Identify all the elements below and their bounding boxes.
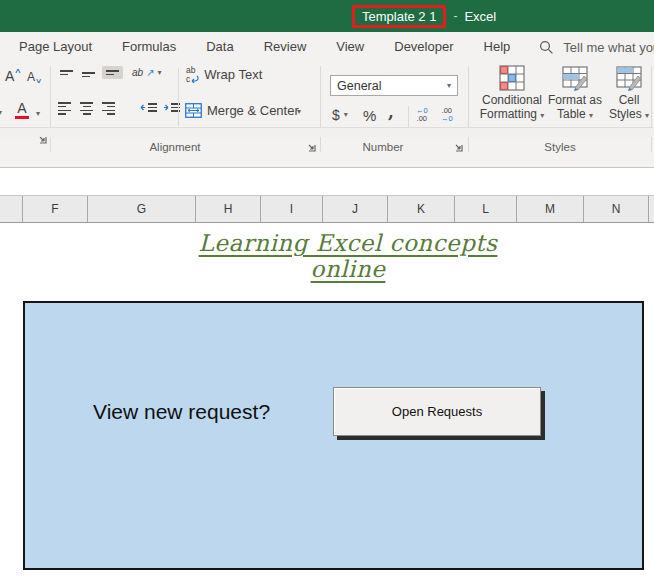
label-text: Format as Table <box>548 93 602 121</box>
cell-styles-button[interactable]: Cell Styles ▾ <box>606 65 652 122</box>
sheet-heading: Learning Excel concepts online <box>173 230 523 282</box>
caret-up-icon: ^ <box>15 68 20 77</box>
font-color-glyph: A <box>17 101 26 115</box>
tab-view[interactable]: View <box>321 32 379 62</box>
tab-review[interactable]: Review <box>249 32 322 62</box>
wrap-text-label: Wrap Text <box>204 67 262 82</box>
ribbon-tab-row: Page Layout Formulas Data Review View De… <box>0 32 654 62</box>
arrow-right-icon <box>163 102 169 113</box>
column-header[interactable]: H <box>196 196 261 222</box>
format-as-table-button[interactable]: Format as Table ▾ <box>548 65 602 122</box>
chevron-down-icon: ▾ <box>36 110 40 118</box>
percent-icon: % <box>363 107 376 124</box>
grow-font-button[interactable]: A^ <box>5 69 21 83</box>
font-color-button[interactable]: A <box>15 101 29 119</box>
open-requests-button[interactable]: Open Requests <box>333 387 541 436</box>
font-color-dropdown[interactable]: ▾ <box>36 110 40 118</box>
chevron-down-icon: ▾ <box>589 111 593 120</box>
top-align-icon <box>60 70 73 75</box>
number-dialog-launcher-icon[interactable] <box>452 141 464 153</box>
align-left-button[interactable] <box>58 102 71 115</box>
view-request-prompt: View new request? <box>93 400 270 424</box>
group-separator <box>468 66 469 152</box>
request-panel: View new request? Open Requests <box>23 301 644 570</box>
alignment-group-label: Alignment <box>120 141 230 153</box>
merge-center-label: Merge & Center <box>207 103 299 118</box>
orientation-button[interactable]: ab ↗ ▾ <box>132 68 162 78</box>
column-header[interactable]: F <box>23 196 88 222</box>
column-header[interactable]: L <box>455 196 517 222</box>
align-center-button[interactable] <box>80 102 93 115</box>
wrap-text-icon: ab c <box>186 66 199 83</box>
merge-center-dropdown[interactable]: ▾ <box>297 108 301 116</box>
label-text: Cell Styles <box>609 93 642 121</box>
font-color-swatch <box>15 116 29 119</box>
middle-align-button[interactable] <box>82 72 95 77</box>
chevron-down-icon: ▾ <box>540 111 544 120</box>
merge-center-icon <box>185 103 202 118</box>
orientation-icon: ab <box>132 68 143 78</box>
increase-decimal-button[interactable]: ←0 .00 <box>416 107 428 124</box>
column-header-partial[interactable] <box>649 196 654 222</box>
chevron-down-icon: ▾ <box>645 111 649 120</box>
top-align-button[interactable] <box>60 70 73 75</box>
styles-group-label: Styles <box>525 141 595 153</box>
number-group-label: Number <box>348 141 418 153</box>
label-text: Conditional Formatting <box>480 93 542 121</box>
decrease-decimal-icon: .00 →0 <box>441 107 453 124</box>
ribbon: Page Layout Formulas Data Review View De… <box>0 32 654 168</box>
tab-data[interactable]: Data <box>191 32 248 62</box>
chevron-down-icon: ▾ <box>344 111 348 119</box>
shrink-font-button[interactable]: A^ <box>27 71 41 83</box>
tell-me-search[interactable]: Tell me what you w <box>539 40 654 55</box>
format-as-table-label: Format as Table ▾ <box>548 94 602 122</box>
increase-indent-button[interactable] <box>163 102 184 113</box>
alignment-dialog-launcher-icon[interactable] <box>305 141 317 153</box>
align-right-button[interactable] <box>102 102 115 115</box>
caret-down-icon: ^ <box>36 75 41 84</box>
worksheet-area[interactable]: Learning Excel concepts online View new … <box>0 223 654 588</box>
percent-style-button[interactable]: % <box>363 107 376 124</box>
comma-icon: , <box>388 102 394 122</box>
accounting-format-button[interactable]: $ ▾ <box>332 107 348 123</box>
column-header[interactable]: M <box>517 196 584 222</box>
chevron-down-icon: ▾ <box>158 69 162 77</box>
format-as-table-icon <box>562 65 588 91</box>
formula-bar[interactable] <box>0 168 654 195</box>
ribbon-content: A^ A^ ▾ A ▾ ab ↗ <box>0 62 654 157</box>
conditional-formatting-label: Conditional Formatting ▾ <box>478 94 546 122</box>
border-dropdown-fragment[interactable]: ▾ <box>0 109 2 117</box>
merge-center-button[interactable]: Merge & Center <box>185 103 299 118</box>
tab-formulas[interactable]: Formulas <box>107 32 191 62</box>
tab-page-layout[interactable]: Page Layout <box>4 32 107 62</box>
column-header[interactable]: N <box>584 196 649 222</box>
tab-developer[interactable]: Developer <box>379 32 468 62</box>
align-right-icon <box>102 102 115 115</box>
align-left-icon <box>58 102 71 115</box>
group-separator <box>50 66 51 152</box>
conditional-formatting-button[interactable]: Conditional Formatting ▾ <box>478 65 546 122</box>
comma-style-button[interactable]: , <box>388 102 394 122</box>
decrease-decimal-button[interactable]: .00 →0 <box>441 107 453 124</box>
number-format-value: General <box>337 79 381 93</box>
mini-separator <box>178 68 179 126</box>
tab-help[interactable]: Help <box>469 32 526 62</box>
wrap-text-button[interactable]: ab c Wrap Text <box>186 66 262 83</box>
column-header[interactable]: K <box>388 196 455 222</box>
app-name: Excel <box>464 9 496 24</box>
indent-bars-icon <box>148 103 161 112</box>
number-format-select[interactable]: General ▾ <box>330 75 458 96</box>
mini-separator <box>408 106 409 128</box>
chevron-down-icon: ▾ <box>297 108 301 116</box>
group-separator <box>320 66 321 152</box>
arrow-left-icon <box>140 102 146 113</box>
column-header[interactable]: I <box>261 196 323 222</box>
column-header[interactable]: G <box>88 196 196 222</box>
align-center-icon <box>80 102 93 115</box>
decrease-indent-button[interactable] <box>140 102 161 113</box>
cell-styles-icon <box>616 65 642 91</box>
column-header-partial[interactable] <box>0 196 23 222</box>
bottom-align-button[interactable] <box>102 66 123 79</box>
diagonal-arrow-icon: ↗ <box>146 68 154 78</box>
column-header[interactable]: J <box>323 196 388 222</box>
